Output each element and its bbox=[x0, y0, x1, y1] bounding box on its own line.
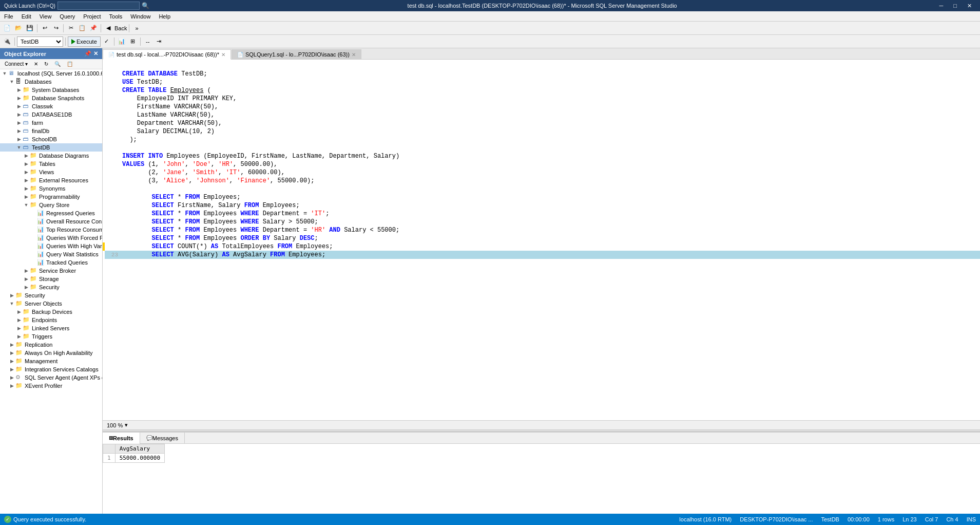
parse-button[interactable]: ✓ bbox=[102, 36, 112, 47]
menu-tools[interactable]: Tools bbox=[105, 11, 127, 22]
include-actual-plan[interactable]: 📊 bbox=[117, 36, 127, 47]
undo-button[interactable]: ↩ bbox=[40, 23, 50, 33]
save-button[interactable]: 💾 bbox=[25, 23, 35, 33]
menu-edit[interactable]: Edit bbox=[17, 11, 35, 22]
trig-label: Triggers bbox=[32, 333, 52, 340]
messages-tab-label: Messages bbox=[152, 435, 178, 441]
quick-launch-input[interactable] bbox=[57, 2, 140, 10]
tree-qs-overall[interactable]: 📊 Overall Resource Consu... bbox=[0, 217, 102, 226]
results-grid[interactable]: ⊞ bbox=[128, 36, 138, 47]
tree-db-database1db[interactable]: ▶ 🗃 DATABASE1DB bbox=[0, 110, 102, 119]
cut-button[interactable]: ✂ bbox=[66, 23, 76, 33]
indent-btn[interactable]: ⇥ bbox=[154, 36, 164, 47]
tree-management[interactable]: ▶ 📁 Management bbox=[0, 357, 102, 365]
ep-expand: ▶ bbox=[15, 317, 23, 323]
tree-db-querystore[interactable]: ▼ 📁 Query Store bbox=[0, 201, 102, 209]
open-button[interactable]: 📂 bbox=[13, 23, 24, 33]
tree-db-synonyms[interactable]: ▶ 📁 Synonyms bbox=[0, 184, 102, 193]
oe-close-icon[interactable]: ✕ bbox=[93, 50, 98, 57]
minimize-button[interactable]: ─ bbox=[935, 3, 948, 9]
tree-backup-devices[interactable]: ▶ 📁 Backup Devices bbox=[0, 308, 102, 316]
tree-qs-high-var[interactable]: 📊 Queries With High Varia... bbox=[0, 242, 102, 250]
tree-integration-services[interactable]: ▶ 📁 Integration Services Catalogs bbox=[0, 365, 102, 373]
tree-db-programmability[interactable]: ▶ 📁 Programmability bbox=[0, 193, 102, 201]
oe-properties-btn[interactable]: 📋 bbox=[64, 60, 75, 68]
forced-icon: 📊 bbox=[37, 234, 45, 241]
paste-button[interactable]: 📌 bbox=[88, 23, 99, 33]
results-tab-messages[interactable]: 💬 Messages bbox=[140, 433, 185, 444]
tree-qs-regressed[interactable]: 📊 Regressed Queries bbox=[0, 209, 102, 217]
tree-endpoints[interactable]: ▶ 📁 Endpoints bbox=[0, 316, 102, 324]
views-icon: 📁 bbox=[30, 168, 38, 176]
zoom-dropdown-icon[interactable]: ▾ bbox=[125, 422, 128, 428]
restore-button[interactable]: □ bbox=[949, 3, 961, 9]
tree-db-diagrams[interactable]: ▶ 📁 Database Diagrams bbox=[0, 152, 102, 160]
menu-help[interactable]: Help bbox=[155, 11, 175, 22]
tree-xevent[interactable]: ▶ 📁 XEvent Profiler bbox=[0, 382, 102, 390]
tree-databases[interactable]: ▼ 🗄 Databases bbox=[0, 78, 102, 86]
tree-db-tables[interactable]: ▶ 📁 Tables bbox=[0, 160, 102, 168]
toolbar-more[interactable]: » bbox=[131, 23, 142, 33]
tree-db-classwk[interactable]: ▶ 🗃 Classwk bbox=[0, 102, 102, 110]
tree-server-node[interactable]: ▼ 🖥 localhost (SQL Server 16.0.1000.6 - … bbox=[0, 69, 102, 78]
tree-linked-servers[interactable]: ▶ 📁 Linked Servers bbox=[0, 324, 102, 332]
oe-pin-icon[interactable]: 📌 bbox=[84, 50, 91, 57]
menu-view[interactable]: View bbox=[35, 11, 56, 22]
code-line bbox=[105, 185, 980, 193]
classwk-expand: ▶ bbox=[15, 104, 23, 109]
status-db: TestDB bbox=[821, 516, 839, 522]
database-selector[interactable]: TestDB bbox=[17, 36, 63, 47]
tree-security[interactable]: ▶ 📁 Security bbox=[0, 291, 102, 299]
code-content-area[interactable]: CREATE DATABASE TestDB; USE TestDB; CREA… bbox=[103, 62, 980, 418]
waitstats-label: Query Wait Statistics bbox=[46, 251, 99, 257]
menu-window[interactable]: Window bbox=[126, 11, 155, 22]
tab-sqlquery1-close[interactable]: ✕ bbox=[352, 52, 356, 58]
oe-refresh-btn[interactable]: ↻ bbox=[42, 60, 51, 68]
tree-db-farm[interactable]: ▶ 🗃 farm bbox=[0, 119, 102, 127]
tree-qs-forced[interactable]: 📊 Queries With Forced Pla... bbox=[0, 234, 102, 242]
connect-button[interactable]: 🔌 bbox=[2, 36, 12, 47]
redo-button[interactable]: ↪ bbox=[51, 23, 61, 33]
tree-triggers[interactable]: ▶ 📁 Triggers bbox=[0, 332, 102, 341]
menu-query[interactable]: Query bbox=[55, 11, 79, 22]
tree-server-objects[interactable]: ▼ 📁 Server Objects bbox=[0, 299, 102, 308]
tree-db-schooldb[interactable]: ▶ 🗃 SchoolDB bbox=[0, 135, 102, 143]
is-expand: ▶ bbox=[8, 367, 15, 372]
tab-test-db-close[interactable]: ✕ bbox=[221, 52, 225, 58]
tree-alwayson[interactable]: ▶ 📁 Always On High Availability bbox=[0, 349, 102, 357]
tree-db-testdb[interactable]: ▼ 🗃 TestDB bbox=[0, 143, 102, 152]
tree-qs-top-resource[interactable]: 📊 Top Resource Consumin... bbox=[0, 226, 102, 234]
comment-btn[interactable]: -- bbox=[143, 36, 153, 47]
tree-db-service-broker[interactable]: ▶ 📁 Service Broker bbox=[0, 267, 102, 275]
tree-db-storage[interactable]: ▶ 📁 Storage bbox=[0, 275, 102, 283]
tab-sqlquery1[interactable]: 📄 SQLQuery1.sql - lo...P702DIO\isaac (63… bbox=[232, 49, 361, 59]
back-button[interactable]: ◀ bbox=[103, 23, 113, 33]
results-tab-results[interactable]: ⊞ Results bbox=[103, 433, 140, 444]
copy-button[interactable]: 📋 bbox=[77, 23, 87, 33]
close-button[interactable]: ✕ bbox=[963, 3, 976, 9]
tab-test-db[interactable]: 📄 test db.sql - local...-P702DIO\isaac (… bbox=[103, 49, 231, 60]
oe-filter-btn[interactable]: 🔍 bbox=[52, 60, 63, 68]
menu-file[interactable]: File bbox=[0, 11, 17, 22]
status-right: localhost (16.0 RTM) DESKTOP-P702DIO\isa… bbox=[679, 516, 976, 522]
tree-db-snapshots[interactable]: ▶ 📁 Database Snapshots bbox=[0, 94, 102, 102]
code-editor[interactable]: CREATE DATABASE TestDB; USE TestDB; CREA… bbox=[103, 60, 980, 420]
rep-label: Replication bbox=[25, 342, 52, 348]
tree-db-views[interactable]: ▶ 📁 Views bbox=[0, 168, 102, 176]
tree-qs-wait-stats[interactable]: 📊 Query Wait Statistics bbox=[0, 250, 102, 258]
oe-connect-btn[interactable]: Connect ▾ bbox=[2, 60, 30, 68]
tree-db-external-resources[interactable]: ▶ 📁 External Resources bbox=[0, 176, 102, 184]
tree-qs-tracked[interactable]: 📊 Tracked Queries bbox=[0, 258, 102, 267]
tree-db-finaldb[interactable]: ▶ 🗃 finalDb bbox=[0, 127, 102, 135]
menu-project[interactable]: Project bbox=[79, 11, 105, 22]
execute-button[interactable]: Execute bbox=[68, 36, 101, 47]
tree-db-security[interactable]: ▶ 📁 Security bbox=[0, 283, 102, 291]
tree-replication[interactable]: ▶ 📁 Replication bbox=[0, 341, 102, 349]
oe-disconnect-btn[interactable]: ✕ bbox=[31, 60, 41, 68]
tb2-sep1 bbox=[14, 38, 15, 46]
top-label: Top Resource Consumin... bbox=[46, 227, 102, 233]
sb-label: Service Broker bbox=[39, 268, 76, 274]
new-query-button[interactable]: 📄 bbox=[2, 23, 12, 33]
tree-sql-agent[interactable]: ▶ ⚙ SQL Server Agent (Agent XPs disabl..… bbox=[0, 373, 102, 382]
tree-system-dbs[interactable]: ▶ 📁 System Databases bbox=[0, 86, 102, 94]
